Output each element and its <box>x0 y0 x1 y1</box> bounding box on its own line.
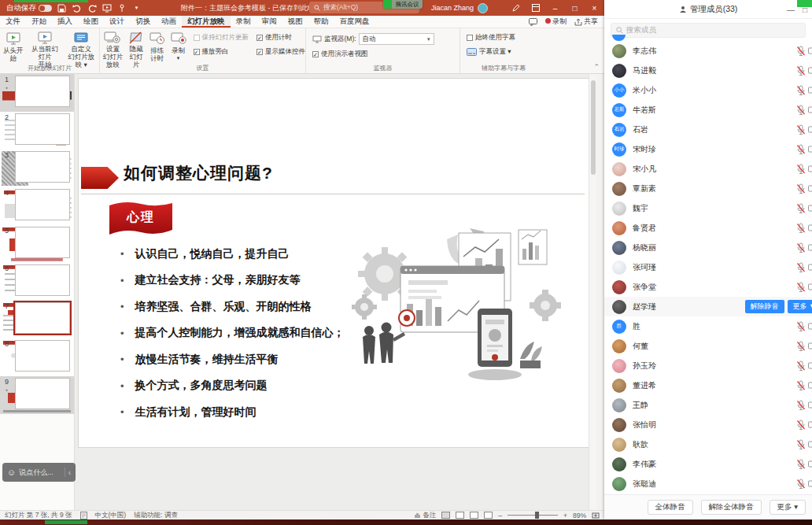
accessibility-status[interactable]: 辅助功能: 调查 <box>134 511 178 520</box>
slide-thumbnail[interactable]: 9 ✦ <box>0 376 74 414</box>
member-row[interactable]: 魏宇 解除静音 更多 ▼ <box>604 198 812 218</box>
member-row[interactable]: 覃新素 解除静音 更多 ▼ <box>604 179 812 198</box>
share-button[interactable]: 共享 <box>574 17 598 27</box>
member-row[interactable]: 张珂瑾 解除静音 更多 ▼ <box>604 257 812 277</box>
emoji-icon[interactable]: ☺ <box>7 468 16 477</box>
camera-off-icon[interactable] <box>808 439 812 449</box>
mic-muted-icon[interactable] <box>796 360 806 372</box>
hide-slide-button[interactable]: 隐藏 幻灯片 <box>126 28 146 65</box>
mic-muted-icon[interactable] <box>796 439 806 450</box>
unmute-all-button[interactable]: 解除全体静音 <box>701 500 762 515</box>
member-row[interactable]: 石岩 石岩 解除静音 更多 ▼ <box>604 120 812 139</box>
record-slideshow-button[interactable]: 录制 ▾ <box>168 28 189 65</box>
setup-slideshow-button[interactable]: 设置 幻灯片放映 <box>100 28 126 65</box>
slide-thumbnail[interactable]: 1 ✦ <box>0 74 74 112</box>
ribbon-tab[interactable]: 切换 <box>130 16 156 28</box>
member-row[interactable]: 董进希 解除静音 更多 ▼ <box>604 375 812 395</box>
zoom-in-button[interactable]: + <box>563 512 567 519</box>
member-row[interactable]: 鲁贤君 解除静音 更多 ▼ <box>604 218 812 238</box>
slide-thumbnail[interactable]: 5 ✦ <box>0 225 74 263</box>
member-row[interactable]: 杨晓丽 解除静音 更多 ▼ <box>604 238 812 257</box>
custom-slideshow-button[interactable]: 自定义 幻灯片放映 ▾ <box>63 28 99 65</box>
monitor-dropdown[interactable]: 监视器(M): 自动▾ <box>312 33 453 45</box>
ribbon-tab[interactable]: 幻灯片放映 <box>182 16 231 28</box>
camera-off-icon[interactable] <box>808 65 812 76</box>
mic-muted-icon[interactable] <box>796 341 806 352</box>
language-indicator[interactable]: 中文(中国) <box>95 511 127 520</box>
camera-off-icon[interactable] <box>808 262 812 272</box>
zoom-slider[interactable] <box>507 515 558 516</box>
camera-off-icon[interactable] <box>808 164 812 174</box>
keep-slides-updated-checkbox[interactable]: 保持幻灯片更新 <box>194 33 249 43</box>
mic-muted-icon[interactable] <box>796 282 806 293</box>
slide-thumbnail-image[interactable] <box>15 340 70 372</box>
slide-thumbnail-image[interactable] <box>15 189 70 220</box>
mic-muted-icon[interactable] <box>796 124 806 135</box>
subtitle-settings-button[interactable]: 字幕设置 ▾ <box>467 47 541 57</box>
slide-thumbnail-image[interactable] <box>15 113 70 145</box>
unmute-button[interactable]: 解除静音 <box>745 300 784 313</box>
mute-all-button[interactable]: 全体静音 <box>648 500 693 515</box>
fit-to-window-icon[interactable] <box>592 512 600 519</box>
comments-icon[interactable] <box>529 18 537 26</box>
collapse-chat-icon[interactable]: ‹ <box>68 468 71 477</box>
scrollbar-thumb[interactable] <box>591 80 596 175</box>
meeting-chat-pill[interactable]: ☺ 说点什么... ‹ <box>2 463 76 482</box>
show-media-controls-checkbox[interactable]: ✓ 显示媒体控件 <box>257 47 305 57</box>
from-current-slide-button[interactable]: 从当前幻灯片 开始 <box>26 28 63 65</box>
play-narrations-checkbox[interactable]: ✓ 播放旁白 <box>194 47 249 57</box>
mic-muted-icon[interactable] <box>796 262 806 273</box>
member-row[interactable]: 王静 解除静音 更多 ▼ <box>604 395 812 415</box>
undo-icon[interactable] <box>72 3 82 13</box>
camera-off-icon[interactable] <box>808 144 812 154</box>
mic-muted-icon[interactable] <box>796 183 806 194</box>
member-row[interactable]: 李伟豪 解除静音 更多 ▼ <box>604 454 812 474</box>
zoom-percentage[interactable]: 89% <box>573 512 586 519</box>
member-row[interactable]: 张聪迪 解除静音 更多 ▼ <box>604 474 812 494</box>
ribbon-tab[interactable]: 绘图 <box>78 16 104 28</box>
camera-off-icon[interactable] <box>808 321 812 331</box>
always-use-subtitles-checkbox[interactable]: 始终使用字幕 <box>467 33 541 43</box>
camera-off-icon[interactable] <box>808 341 812 351</box>
camera-off-icon[interactable] <box>808 105 812 115</box>
camera-off-icon[interactable] <box>808 360 812 371</box>
collapse-ribbon-icon[interactable]: ⌃ <box>593 63 600 71</box>
ribbon-tab[interactable]: 开始 <box>26 16 52 28</box>
ribbon-tab[interactable]: 视图 <box>282 16 308 28</box>
member-row[interactable]: 孙玉玲 解除静音 更多 ▼ <box>604 356 812 375</box>
member-row[interactable]: 耿歆 解除静音 更多 ▼ <box>604 434 812 454</box>
mic-muted-icon[interactable] <box>796 479 806 490</box>
ribbon-tab[interactable]: 动画 <box>156 16 182 28</box>
ribbon-display-icon[interactable] <box>526 0 545 16</box>
pen-icon[interactable] <box>506 0 526 16</box>
slide-thumbnail-image[interactable] <box>15 378 70 409</box>
camera-off-icon[interactable] <box>808 282 812 292</box>
mic-muted-icon[interactable] <box>796 144 806 155</box>
camera-off-icon[interactable] <box>808 223 812 233</box>
record-button[interactable]: 录制 <box>545 17 567 27</box>
slide-thumbnail[interactable]: 6 ✦ <box>0 263 74 301</box>
qat-dropdown-icon[interactable]: ▾ <box>131 3 142 13</box>
slideshow-view-icon[interactable] <box>484 512 493 519</box>
account-area[interactable]: Jiacan Zhang <box>431 0 488 16</box>
mic-muted-icon[interactable] <box>796 400 806 411</box>
mic-muted-icon[interactable] <box>796 459 806 470</box>
minimize-button[interactable]: – <box>545 0 565 16</box>
slide-thumbnail-image[interactable] <box>15 227 70 258</box>
ribbon-tab[interactable]: 文件 <box>0 16 26 28</box>
slideshow-icon[interactable] <box>102 3 112 13</box>
mic-muted-icon[interactable] <box>796 65 806 76</box>
touch-mode-icon[interactable] <box>116 3 127 13</box>
camera-off-icon[interactable] <box>808 459 812 469</box>
slide-thumbnail[interactable]: 3 ✦ <box>0 150 74 187</box>
tencent-meeting-badge[interactable]: 腾讯会议 <box>383 0 423 9</box>
slide-thumbnail[interactable]: 7 ✦ <box>0 301 74 338</box>
slide-thumbnail[interactable]: 4 ✦ <box>0 187 74 225</box>
notes-button[interactable]: 备注 <box>414 511 436 520</box>
editor-scrollbar[interactable] <box>589 74 596 510</box>
display-settings-icon[interactable] <box>80 512 87 519</box>
mic-muted-icon[interactable] <box>796 321 806 332</box>
ribbon-tab[interactable]: 审阅 <box>257 16 282 28</box>
slide-thumbnail-image[interactable] <box>15 264 70 296</box>
slide-thumbnail-image[interactable] <box>15 151 70 183</box>
